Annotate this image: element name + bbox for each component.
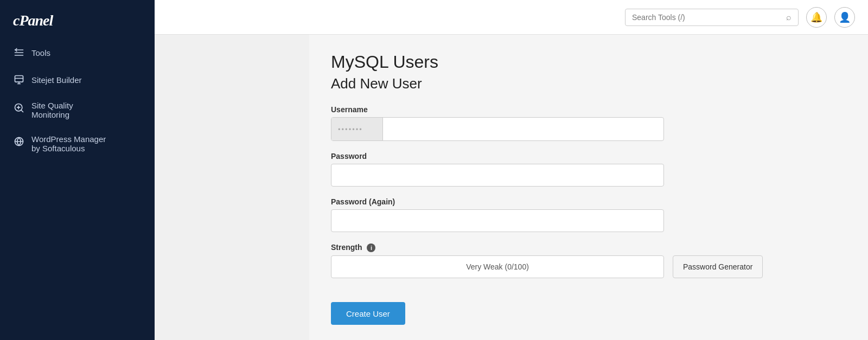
sidebar-item-sitejet[interactable]: Sitejet Builder	[0, 66, 155, 93]
search-icon: ⌕	[786, 12, 792, 22]
password-group: Password	[331, 152, 846, 187]
user-icon: 👤	[839, 11, 851, 23]
username-wrapper: •••••••	[331, 117, 664, 141]
notifications-button[interactable]: 🔔	[806, 7, 827, 28]
user-menu-button[interactable]: 👤	[834, 7, 855, 28]
sidebar-item-site-quality[interactable]: Site Quality Monitoring	[0, 93, 155, 127]
section-title: Add New User	[331, 75, 846, 92]
password-again-group: Password (Again)	[331, 197, 846, 232]
site-quality-icon	[13, 102, 25, 114]
wordpress-icon	[13, 136, 25, 147]
password-again-input[interactable]	[331, 209, 664, 232]
sitejet-icon	[13, 74, 25, 86]
username-input[interactable]	[383, 118, 663, 140]
sidebar-item-tools[interactable]: Tools	[0, 39, 155, 66]
password-again-label: Password (Again)	[331, 197, 846, 206]
create-user-button[interactable]: Create User	[331, 302, 405, 325]
sidebar-item-wordpress-label: WordPress Manager by Softaculous	[31, 134, 106, 153]
search-input[interactable]	[632, 13, 782, 22]
page-title: MySQL Users	[331, 52, 846, 72]
sidebar-item-site-quality-label: Site Quality Monitoring	[31, 101, 73, 119]
bell-icon: 🔔	[810, 11, 822, 23]
password-generator-button[interactable]: Password Generator	[673, 255, 763, 278]
sidebar-item-tools-label: Tools	[31, 48, 50, 57]
strength-info-icon[interactable]: i	[367, 243, 375, 252]
sidebar: cPanel Tools Sitejet Builder	[0, 0, 155, 340]
svg-rect-5	[15, 76, 23, 82]
username-prefix: •••••••	[331, 118, 383, 140]
strength-value: Very Weak (0/100)	[466, 262, 529, 271]
main-content: MySQL Users Add New User Username ••••••…	[309, 35, 868, 340]
svg-line-10	[21, 110, 23, 112]
sidebar-logo[interactable]: cPanel	[0, 0, 155, 39]
tools-icon	[13, 47, 25, 59]
strength-group: Strength i Very Weak (0/100) Password Ge…	[331, 243, 846, 278]
header: ⌕ 🔔 👤	[155, 0, 868, 35]
search-box: ⌕	[625, 9, 799, 26]
username-group: Username •••••••	[331, 105, 846, 141]
sidebar-item-sitejet-label: Sitejet Builder	[31, 75, 82, 85]
password-input[interactable]	[331, 164, 664, 187]
username-label: Username	[331, 105, 846, 114]
strength-label: Strength i	[331, 243, 846, 252]
strength-row: Very Weak (0/100) Password Generator	[331, 255, 846, 278]
strength-bar: Very Weak (0/100)	[331, 255, 664, 278]
sidebar-item-wordpress[interactable]: WordPress Manager by Softaculous	[0, 127, 155, 161]
password-label: Password	[331, 152, 846, 161]
